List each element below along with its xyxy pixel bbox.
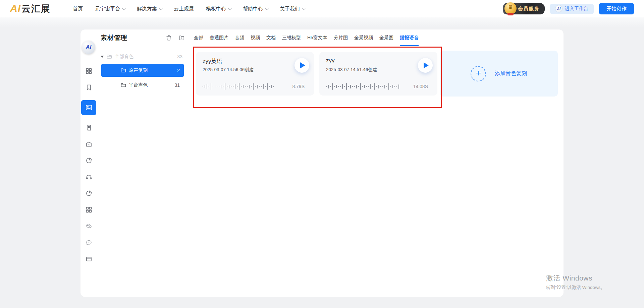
play-button[interactable] [418, 58, 433, 73]
avatar-text: AI [86, 44, 92, 51]
tree-row-all-voices[interactable]: 全部音色 33 [101, 52, 184, 62]
top-navbar: AI 云汇展 首页 元宇宙平台 解决方案 云上观展 模板中心 帮助中心 关于我们… [0, 0, 644, 17]
voice-duration: 8.79S [292, 84, 305, 89]
header-tools [166, 35, 185, 41]
tab-audio[interactable]: 音频 [235, 29, 244, 46]
pie-chart-icon[interactable] [85, 157, 93, 164]
tab-video[interactable]: 视频 [251, 29, 260, 46]
material-manager-panel: 素材管理 全部 普通图片 音频 视频 文档 三维模型 H5富文本 分片图 全 [80, 29, 564, 297]
voice-card[interactable]: zyy英语 2025-03-07 14:56:06创建 8.79S [196, 52, 314, 96]
grid-category-icon[interactable] [85, 67, 93, 75]
brand-logo-ai: AI [10, 3, 21, 14]
menu-label: 云上观展 [174, 6, 194, 12]
user-avatar[interactable]: AI [82, 41, 95, 54]
headphones-icon[interactable] [85, 173, 93, 181]
add-voice-clone-card[interactable]: + 添加音色复刻 [440, 51, 558, 97]
tree-row-platform-voices[interactable]: 平台声色 31 [101, 79, 184, 91]
window-icon[interactable] [85, 255, 93, 263]
menu-label: 解决方案 [137, 6, 157, 12]
image-material-icon-selected[interactable] [81, 100, 96, 115]
brand-logo-text: 云汇展 [21, 3, 51, 15]
menu-label: 关于我们 [280, 6, 300, 12]
panel-header: 素材管理 全部 普通图片 音频 视频 文档 三维模型 H5富文本 分片图 全 [80, 29, 564, 46]
folder-icon [121, 68, 126, 73]
comment-bubble-icon[interactable] [85, 239, 93, 246]
voice-created-date: 2025-03-07 14:51:46创建 [326, 67, 377, 73]
chevron-down-icon [228, 6, 232, 10]
tab-all[interactable]: 全部 [194, 29, 203, 46]
tab-pano-image[interactable]: 全景图 [379, 29, 393, 46]
windows-activation-watermark: 激活 Windows 转到"设置"以激活 Windows。 [546, 273, 605, 291]
menu-item-help[interactable]: 帮助中心 [243, 6, 268, 12]
nav-right-actions: ♛ 会员服务 AI 进入工作台 开始创作 [503, 3, 634, 14]
tree-label: 全部音色 [115, 54, 133, 60]
vip-service-button[interactable]: ♛ 会员服务 [503, 3, 545, 14]
voice-card[interactable]: zyy 2025-03-07 14:51:46创建 14.08S [319, 52, 437, 96]
menu-item-home[interactable]: 首页 [73, 6, 83, 12]
menu-item-templates[interactable]: 模板中心 [206, 6, 231, 12]
tree-count: 31 [174, 82, 180, 88]
caret-down-icon [101, 56, 104, 58]
tab-broadcast-voice[interactable]: 播报语音 [400, 29, 419, 46]
tree-label: 平台声色 [129, 82, 148, 88]
tab-normal-image[interactable]: 普通图片 [210, 29, 228, 46]
play-icon [424, 62, 429, 68]
menu-item-online-exhibition[interactable]: 云上观展 [174, 6, 194, 12]
waveform-row: 14.08S [326, 83, 428, 90]
folder-icon [107, 54, 112, 59]
voice-title: zyy英语 [203, 57, 223, 65]
watermark-line1: 激活 Windows [546, 273, 605, 283]
exhibition-hall-icon[interactable] [85, 140, 93, 148]
tree-row-voice-clone-selected[interactable]: 原声复刻 2 [101, 64, 184, 77]
tab-pano-video[interactable]: 全景视频 [354, 29, 373, 46]
material-type-tabs: 全部 普通图片 音频 视频 文档 三维模型 H5富文本 分片图 全景视频 全景图… [194, 29, 419, 46]
waveform-row: 8.79S [203, 83, 305, 90]
left-icon-rail [81, 67, 96, 263]
wechat-icon[interactable] [85, 223, 93, 230]
play-icon [300, 62, 305, 68]
chevron-down-icon [302, 6, 306, 10]
tree-count: 33 [177, 54, 184, 59]
grid-apps-icon[interactable] [85, 206, 93, 213]
menu-item-solutions[interactable]: 解决方案 [137, 6, 162, 12]
move-to-folder-icon[interactable] [179, 35, 185, 41]
pie-chart-icon[interactable] [85, 190, 93, 197]
tab-3d-model[interactable]: 三维模型 [282, 29, 301, 46]
tab-document[interactable]: 文档 [266, 29, 276, 46]
menu-label: 元宇宙平台 [95, 6, 120, 12]
voice-title: zyy [326, 57, 335, 64]
main-menu: 首页 元宇宙平台 解决方案 云上观展 模板中心 帮助中心 关于我们 [73, 6, 305, 12]
watermark-line2: 转到"设置"以激活 Windows。 [546, 285, 605, 291]
app-root: AI 云汇展 首页 元宇宙平台 解决方案 云上观展 模板中心 帮助中心 关于我们… [0, 0, 644, 308]
tree-count: 2 [177, 68, 180, 73]
folder-icon [121, 82, 126, 88]
chevron-down-icon [159, 6, 163, 10]
enter-workspace-button[interactable]: AI 进入工作台 [550, 4, 594, 14]
waveform [326, 83, 399, 90]
trash-icon[interactable] [166, 35, 172, 41]
menu-item-about[interactable]: 关于我们 [280, 6, 305, 12]
menu-label: 模板中心 [206, 6, 226, 12]
page-title: 素材管理 [101, 34, 127, 42]
vip-medal-icon: ♛ [504, 2, 517, 14]
tree-label: 原声复刻 [129, 67, 148, 73]
chevron-down-icon [122, 6, 126, 10]
voice-created-date: 2025-03-07 14:56:06创建 [203, 67, 254, 73]
bookmark-icon[interactable] [85, 84, 93, 91]
plus-circle-icon: + [471, 66, 486, 81]
menu-label: 首页 [73, 6, 83, 12]
vip-service-label: 会员服务 [518, 6, 539, 12]
receipt-doc-icon[interactable] [85, 124, 93, 131]
start-create-button[interactable]: 开始创作 [599, 3, 634, 14]
chevron-down-icon [265, 6, 269, 10]
waveform [203, 83, 274, 90]
menu-label: 帮助中心 [243, 6, 263, 12]
workspace-logo-icon: AI [555, 5, 562, 12]
add-voice-clone-label: 添加音色复刻 [495, 70, 527, 77]
tab-slice-image[interactable]: 分片图 [334, 29, 348, 46]
play-button[interactable] [294, 58, 309, 73]
tab-h5-richtext[interactable]: H5富文本 [307, 29, 327, 46]
brand-logo[interactable]: AI 云汇展 [10, 3, 51, 15]
voice-duration: 14.08S [413, 84, 428, 89]
menu-item-metaverse[interactable]: 元宇宙平台 [95, 6, 125, 12]
